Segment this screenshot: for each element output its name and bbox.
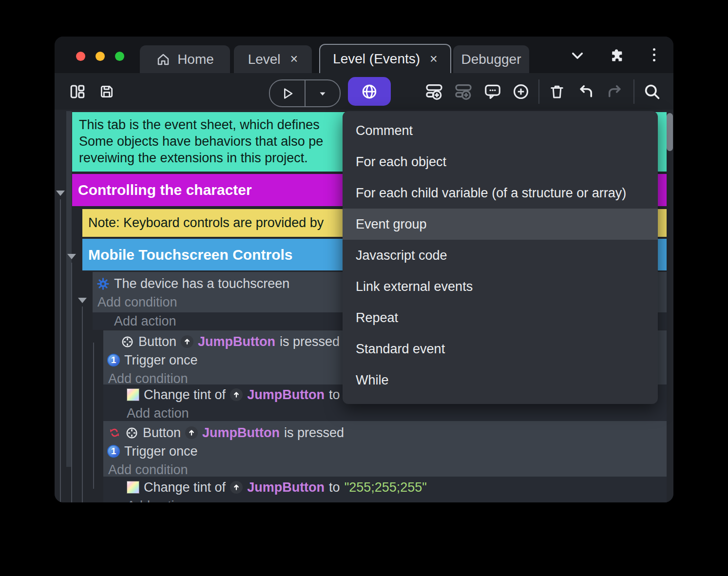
object-thumbnail-up-arrow-icon [230,388,243,401]
condition-text: is pressed [280,334,340,349]
condition-text: Button [143,425,181,441]
desktop: Home Level × Level (Events) × Debugger [0,0,728,576]
condition-text: Trigger once [124,444,198,459]
indent-guide [60,199,61,502]
indent-guide [71,263,72,502]
menu-item-repeat[interactable]: Repeat [343,302,658,333]
menu-item-event-group[interactable]: Event group [343,209,658,240]
more-options-kebab-icon[interactable] [653,48,655,61]
close-tab-icon[interactable]: × [290,53,298,66]
group-title: Controlling the character [78,182,252,198]
home-icon [156,52,171,67]
object-thumbnail-up-arrow-icon [181,335,193,348]
menu-item-standard-event[interactable]: Standard event [343,333,658,365]
search-button[interactable] [643,73,661,110]
add-subevent-button[interactable] [454,73,473,110]
subevent-conditions-block[interactable]: Button JumpButton is pressed 1 Trigger o… [103,421,667,477]
zoom-window-button[interactable] [115,52,124,61]
tabs-overflow-chevron-down-icon[interactable] [569,47,586,64]
menu-item-javascript-code[interactable]: Javascript code [343,240,658,271]
extensions-puzzle-icon[interactable] [608,47,625,64]
add-event-context-menu: Comment For each object For each child v… [343,111,658,404]
tab-home[interactable]: Home [140,45,230,73]
add-event-button[interactable] [425,73,443,110]
globe-icon [361,83,378,100]
tab-debugger[interactable]: Debugger [453,45,529,73]
menu-item-while[interactable]: While [343,365,658,396]
play-preview-button[interactable] [270,80,305,106]
app-window: Home Level × Level (Events) × Debugger [55,37,673,502]
collapse-event-icon[interactable] [78,298,87,303]
tint-color-icon [127,388,139,401]
action-text: to [329,387,340,403]
tab-label: Level (Events) [333,51,420,67]
add-other-event-button[interactable] [512,73,530,110]
tab-label: Home [177,52,214,67]
inverted-condition-icon [108,426,121,439]
project-manager-button[interactable] [69,73,86,110]
add-action-button[interactable]: Add action [103,497,667,502]
gamepad-button-icon [125,426,138,440]
tab-bar: Home Level × Level (Events) × Debugger [55,37,673,73]
gamepad-button-icon [121,335,134,348]
action-value: "255;255;255" [345,480,427,495]
action-text: Change tint of [144,387,226,403]
object-name: JumpButton [247,387,325,403]
undo-button[interactable] [577,73,594,110]
indent-guide [82,307,83,502]
collapse-group-icon[interactable] [56,191,65,196]
condition-text: The device has a touchscreen [114,276,289,291]
preview-options-caret-down-icon[interactable] [306,80,340,106]
tab-label: Level [248,52,281,67]
menu-item-comment[interactable]: Comment [343,115,658,146]
trigger-once-icon: 1 [107,354,120,366]
trigger-once-icon: 1 [107,445,120,458]
system-gear-icon [96,277,110,290]
preview-split-button [269,79,341,107]
menu-item-for-each-child-variable[interactable]: For each child variable (of a structure … [343,177,658,209]
collapse-group-icon[interactable] [67,254,76,259]
redo-button[interactable] [606,73,624,110]
toolbar-divider [633,79,634,104]
tab-level-events[interactable]: Level (Events) × [319,44,451,73]
note-text: Note: Keyboard controls are provided by [88,215,324,230]
tab-level[interactable]: Level × [234,45,312,73]
toolbar [55,73,673,110]
subevent-actions-block[interactable]: Change tint of JumpButton to "255;255;25… [103,477,667,502]
object-name: JumpButton [202,425,280,441]
add-action-button[interactable]: Add action [103,404,667,422]
object-thumbnail-up-arrow-icon [185,426,198,439]
add-comment-button[interactable] [483,73,502,110]
menu-item-for-each-object[interactable]: For each object [343,146,658,177]
condition-text: Button [138,334,176,349]
save-button[interactable] [98,73,115,110]
condition-text: Trigger once [124,353,198,368]
vertical-scrollbar-thumb[interactable] [667,113,673,151]
close-window-button[interactable] [76,52,85,61]
object-thumbnail-up-arrow-icon [230,481,243,494]
menu-item-link-external-events[interactable]: Link external events [343,271,658,302]
close-tab-icon[interactable]: × [430,53,438,66]
minimize-window-button[interactable] [96,52,105,61]
action-text: Change tint of [144,480,226,495]
group-title: Mobile Touchscreen Controls [88,247,293,263]
condition-text: is pressed [284,425,344,441]
toolbar-divider [538,79,539,104]
delete-button[interactable] [548,73,566,110]
tint-color-icon [127,481,139,494]
indent-guide [93,343,94,489]
tab-label: Debugger [461,52,521,67]
object-name: JumpButton [198,334,275,349]
debug-network-preview-button[interactable] [348,77,391,106]
object-name: JumpButton [247,480,325,495]
action-text: to [329,480,340,495]
